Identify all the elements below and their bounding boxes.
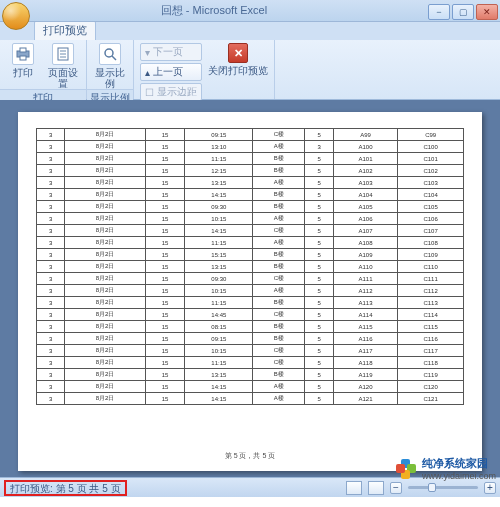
printer-icon <box>12 43 34 65</box>
table-cell: 5 <box>305 237 333 249</box>
table-cell: C楼 <box>253 309 305 321</box>
close-preview-button[interactable]: ✕ 关闭打印预览 <box>208 43 268 76</box>
table-cell: 09:30 <box>185 273 253 285</box>
maximize-button[interactable]: ▢ <box>452 4 474 20</box>
window-title: 回想 - Microsoft Excel <box>0 3 428 18</box>
print-button[interactable]: 打印 <box>6 43 40 78</box>
table-cell: 8月2日 <box>65 201 145 213</box>
table-cell: 11:15 <box>185 297 253 309</box>
table-cell: 5 <box>305 129 333 141</box>
view-mode-button-2[interactable] <box>368 481 384 495</box>
table-cell: C109 <box>398 249 464 261</box>
ribbon-group-scale: 显示比例 显示比例 <box>87 40 134 99</box>
table-cell: A99 <box>333 129 398 141</box>
print-preview-viewport[interactable]: 38月2日1509:15C楼5A99C9938月2日1513:10A楼3A100… <box>0 100 500 477</box>
table-row: 38月2日1514:15B楼5A104C104 <box>37 189 464 201</box>
table-cell: B楼 <box>253 261 305 273</box>
table-cell: 10:15 <box>185 285 253 297</box>
table-cell: 5 <box>305 249 333 261</box>
table-cell: 8月2日 <box>65 189 145 201</box>
table-cell: 8月2日 <box>65 381 145 393</box>
table-cell: A105 <box>333 201 398 213</box>
table-row: 38月2日1513:15B楼5A119C119 <box>37 369 464 381</box>
table-cell: 15 <box>145 213 185 225</box>
table-row: 38月2日1510:15A楼5A112C112 <box>37 285 464 297</box>
table-cell: 09:15 <box>185 129 253 141</box>
table-cell: 15 <box>145 297 185 309</box>
table-cell: 14:15 <box>185 393 253 405</box>
close-icon: ✕ <box>228 43 248 63</box>
table-cell: B楼 <box>253 201 305 213</box>
table-cell: A楼 <box>253 237 305 249</box>
table-cell: C120 <box>398 381 464 393</box>
table-cell: A119 <box>333 369 398 381</box>
table-cell: C106 <box>398 213 464 225</box>
table-cell: 3 <box>37 333 65 345</box>
table-cell: 5 <box>305 393 333 405</box>
page-setup-button[interactable]: 页面设置 <box>46 43 80 89</box>
table-cell: C100 <box>398 141 464 153</box>
table-cell: 3 <box>37 225 65 237</box>
table-cell: 8月2日 <box>65 273 145 285</box>
table-cell: 8月2日 <box>65 333 145 345</box>
status-bar: 打印预览: 第 5 页 共 5 页 − + <box>0 477 500 497</box>
table-cell: 15 <box>145 381 185 393</box>
ribbon: 打印 页面设置 打印 显示比例 显示比例 ▾ <box>0 40 500 100</box>
table-row: 38月2日1510:15C楼5A117C117 <box>37 345 464 357</box>
table-cell: 15 <box>145 249 185 261</box>
table-cell: 15 <box>145 165 185 177</box>
table-cell: A112 <box>333 285 398 297</box>
table-cell: 15 <box>145 153 185 165</box>
status-page-info: 打印预览: 第 5 页 共 5 页 <box>4 480 127 496</box>
table-cell: 8月2日 <box>65 141 145 153</box>
table-cell: B楼 <box>253 369 305 381</box>
close-window-button[interactable]: ✕ <box>476 4 498 20</box>
table-cell: C113 <box>398 297 464 309</box>
table-cell: 8月2日 <box>65 369 145 381</box>
table-cell: B楼 <box>253 297 305 309</box>
table-cell: 8月2日 <box>65 393 145 405</box>
zoom-in-button[interactable]: + <box>484 482 496 494</box>
table-cell: C112 <box>398 285 464 297</box>
minimize-button[interactable]: − <box>428 4 450 20</box>
prev-page-button[interactable]: ▴ 上一页 <box>140 63 202 81</box>
table-row: 38月2日1513:15B楼5A110C110 <box>37 261 464 273</box>
table-cell: 8月2日 <box>65 345 145 357</box>
table-cell: 3 <box>37 129 65 141</box>
arrow-up-icon: ▴ <box>145 67 150 78</box>
table-row: 38月2日1511:15A楼5A108C108 <box>37 237 464 249</box>
table-cell: 3 <box>37 237 65 249</box>
table-cell: 14:45 <box>185 309 253 321</box>
table-cell: 3 <box>37 261 65 273</box>
table-cell: 5 <box>305 357 333 369</box>
view-mode-button-1[interactable] <box>346 481 362 495</box>
table-cell: 5 <box>305 369 333 381</box>
zoom-out-button[interactable]: − <box>390 482 402 494</box>
table-cell: 3 <box>37 345 65 357</box>
zoom-scale-button[interactable]: 显示比例 <box>93 43 127 89</box>
table-row: 38月2日1509:15C楼5A99C99 <box>37 129 464 141</box>
table-cell: 15 <box>145 345 185 357</box>
table-cell: 5 <box>305 225 333 237</box>
arrow-down-icon: ▾ <box>145 47 150 58</box>
table-row: 38月2日1508:15B楼5A115C115 <box>37 321 464 333</box>
table-cell: 8月2日 <box>65 153 145 165</box>
zoom-slider-thumb[interactable] <box>428 483 436 492</box>
office-orb-button[interactable] <box>2 2 30 30</box>
table-cell: C107 <box>398 225 464 237</box>
table-cell: 3 <box>37 249 65 261</box>
table-cell: 15 <box>145 393 185 405</box>
table-cell: A101 <box>333 153 398 165</box>
zoom-slider[interactable] <box>408 486 478 489</box>
table-cell: 5 <box>305 333 333 345</box>
tab-print-preview[interactable]: 打印预览 <box>34 20 96 40</box>
table-cell: 8月2日 <box>65 309 145 321</box>
next-page-button[interactable]: ▾ 下一页 <box>140 43 202 61</box>
preview-page: 38月2日1509:15C楼5A99C9938月2日1513:10A楼3A100… <box>18 112 482 471</box>
checkbox-icon: ☐ <box>145 87 154 98</box>
show-margins-toggle[interactable]: ☐ 显示边距 <box>140 83 202 101</box>
table-cell: A113 <box>333 297 398 309</box>
table-cell: 8月2日 <box>65 213 145 225</box>
table-cell: 5 <box>305 345 333 357</box>
table-cell: 3 <box>37 141 65 153</box>
